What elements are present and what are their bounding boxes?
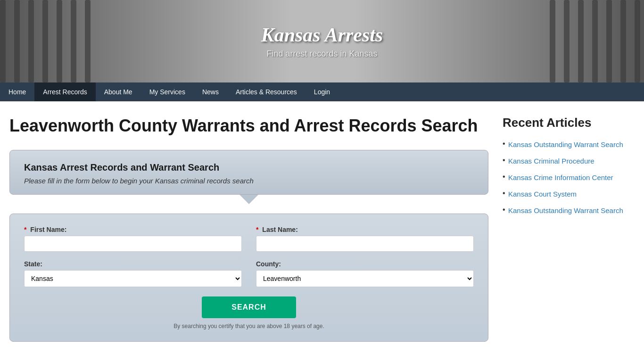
page-heading: Leavenworth County Warrants and Arrest R… [9,115,488,136]
search-button[interactable]: SEARCH [202,296,296,318]
last-name-label: * Last Name: [256,226,474,233]
header-text: Kansas Arrests Find arrest records in Ka… [261,24,383,59]
county-group: County: Leavenworth Johnson Wyandotte Do… [256,260,474,287]
county-select[interactable]: Leavenworth Johnson Wyandotte Douglas Sh… [256,270,474,287]
nav-about-me[interactable]: About Me [96,82,141,101]
form-container: * First Name: * Last Name: State: [9,214,488,342]
list-item: Kansas Crime Information Center [503,173,635,182]
arrow-down-icon [239,195,258,204]
first-name-input[interactable] [24,236,242,252]
article-link-3[interactable]: Kansas Crime Information Center [508,173,613,181]
nav-articles-resources[interactable]: Articles & Resources [227,82,305,101]
nav-home[interactable]: Home [0,82,34,101]
required-star-last: * [256,226,258,233]
form-note: By searching you certify that you are ab… [24,323,474,329]
prison-bars-left [0,0,94,82]
list-item: Kansas Outstanding Warrant Search [503,206,635,215]
state-group: State: Kansas Missouri Nebraska Oklahoma… [24,260,242,287]
site-header: Kansas Arrests Find arrest records in Ka… [0,0,644,82]
site-subtitle: Find arrest records in Kansas [261,49,383,59]
article-link-5[interactable]: Kansas Outstanding Warrant Search [508,206,623,214]
sidebar-title: Recent Articles [503,115,635,130]
search-box-header: Kansas Arrest Records and Warrant Search… [9,150,488,195]
main-content: Leavenworth County Warrants and Arrest R… [9,115,488,362]
article-link-2[interactable]: Kansas Criminal Procedure [508,157,594,165]
last-name-group: * Last Name: [256,226,474,252]
sidebar: Recent Articles Kansas Outstanding Warra… [503,115,635,362]
nav-news[interactable]: News [194,82,227,101]
first-name-group: * First Name: [24,226,242,252]
list-item: Kansas Court System [503,189,635,199]
article-link-1[interactable]: Kansas Outstanding Warrant Search [508,140,623,148]
state-select[interactable]: Kansas Missouri Nebraska Oklahoma Colora… [24,270,242,287]
nav-arrest-records[interactable]: Arrest Records [34,82,95,101]
list-item: Kansas Outstanding Warrant Search [503,140,635,149]
nav-login[interactable]: Login [305,82,339,101]
list-item: Kansas Criminal Procedure [503,156,635,166]
county-label: County: [256,260,474,268]
search-box-subtitle: Please fill in the form below to begin y… [24,177,474,185]
nav-my-services[interactable]: My Services [141,82,194,101]
required-star-first: * [24,226,26,233]
form-row-name: * First Name: * Last Name: [24,226,474,252]
article-link-4[interactable]: Kansas Court System [508,190,577,198]
last-name-input[interactable] [256,236,474,252]
first-name-label: * First Name: [24,226,242,233]
site-title: Kansas Arrests [261,24,383,46]
prison-bars-right [550,0,644,82]
sidebar-article-list: Kansas Outstanding Warrant Search Kansas… [503,140,635,215]
form-row-location: State: Kansas Missouri Nebraska Oklahoma… [24,260,474,287]
search-box-title: Kansas Arrest Records and Warrant Search [24,162,474,173]
page-body: Leavenworth County Warrants and Arrest R… [0,101,644,362]
state-label: State: [24,260,242,268]
main-nav: Home Arrest Records About Me My Services… [0,82,644,101]
